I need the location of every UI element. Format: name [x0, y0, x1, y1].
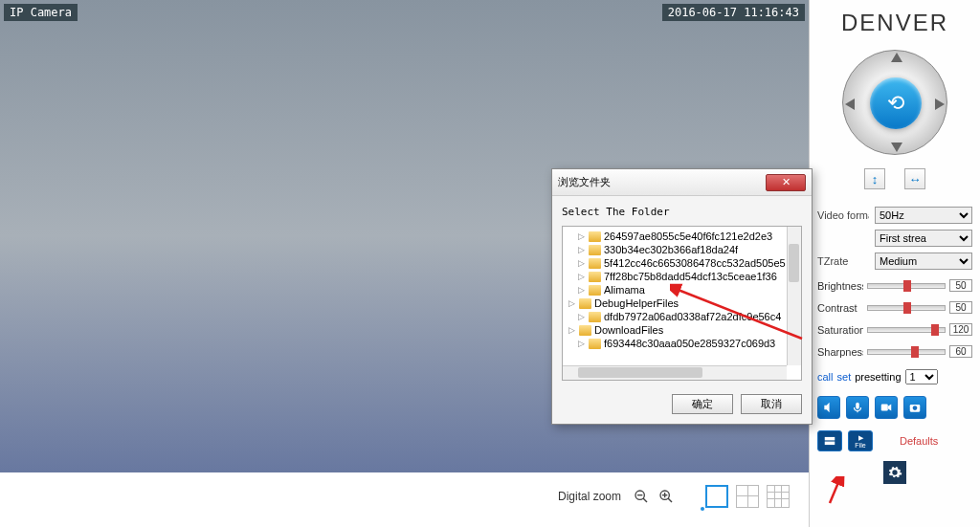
snapshot-button[interactable] [903, 396, 926, 419]
ptz-up-button[interactable] [891, 53, 902, 62]
ptzrate-label: TZrate [817, 255, 869, 267]
brightness-label: Brightness [817, 280, 863, 292]
dialog-instruction: Select The Folder [562, 206, 802, 218]
ptz-right-button[interactable] [935, 99, 945, 110]
folder-icon [579, 325, 591, 336]
saturation-label: Saturation [817, 324, 863, 336]
folder-item[interactable]: ▷7ff28bc75b8dadd54dcf13c5ceae1f36 [563, 270, 801, 283]
video-toolbar: Digital zoom [0, 474, 809, 517]
zoom-in-icon[interactable] [657, 488, 675, 505]
mic-button[interactable] [846, 396, 869, 419]
dialog-titlebar[interactable]: 浏览文件夹 ✕ [552, 169, 812, 196]
layout-1x1-button[interactable] [705, 485, 728, 508]
record-button[interactable] [875, 396, 898, 419]
folder-icon [589, 339, 601, 349]
ptz-dial: ⟲ [842, 50, 947, 155]
file-button[interactable]: ▶File [848, 430, 873, 451]
zoom-out-icon[interactable] [633, 488, 650, 505]
svg-point-10 [913, 406, 918, 410]
expand-vertical-button[interactable]: ↕ [864, 168, 885, 189]
ptzrate-select[interactable]: Medium [875, 253, 972, 270]
layout-2x2-button[interactable] [736, 485, 759, 508]
expand-horizontal-button[interactable]: ↔ [904, 168, 925, 189]
stream-select[interactable]: First strea [875, 230, 972, 247]
folder-item[interactable]: ▷330b34ec302b366af18da24f [563, 243, 801, 256]
saturation-slider[interactable] [867, 327, 946, 333]
camera-label: IP Camera [4, 4, 78, 21]
ptz-down-button[interactable] [891, 143, 902, 152]
ok-button[interactable]: 确定 [672, 394, 733, 414]
dialog-title: 浏览文件夹 [558, 175, 611, 189]
control-panel: DENVER ⟲ ↕ ↔ Video format 50Hz First str… [809, 0, 980, 527]
video-format-select[interactable]: 50Hz [875, 207, 972, 224]
svg-line-1 [643, 498, 647, 502]
folder-item[interactable]: ▷Alimama [563, 283, 801, 296]
folder-item[interactable]: ▷dfdb7972a06ad0338af72a2dfc9e56c4 [563, 310, 801, 323]
folder-icon [579, 298, 591, 309]
camera-timestamp: 2016-06-17 11:16:43 [662, 4, 805, 21]
close-button[interactable]: ✕ [766, 174, 806, 191]
ptz-left-button[interactable] [845, 99, 855, 110]
sharpness-label: Sharpness [817, 346, 863, 358]
preset-set-link[interactable]: set [837, 371, 852, 383]
folder-icon [589, 231, 601, 242]
folder-item[interactable]: ▷DownloadFiles [563, 323, 801, 337]
svg-rect-8 [881, 405, 888, 411]
preset-select[interactable]: 1 [905, 369, 938, 384]
cancel-button[interactable]: 取消 [741, 394, 802, 414]
sharpness-value: 60 [949, 345, 972, 358]
folder-tree[interactable]: ▷264597ae8055c5e40f6fc121e2d2e3 ▷330b34e… [562, 226, 802, 381]
contrast-label: Contrast [817, 302, 863, 314]
browse-folder-dialog: 浏览文件夹 ✕ Select The Folder ▷264597ae8055c… [551, 168, 813, 425]
video-format-label: Video format [817, 209, 869, 221]
layout-3x3-button[interactable] [767, 485, 790, 508]
svg-rect-11 [825, 437, 835, 441]
horizontal-scrollbar[interactable] [563, 365, 787, 380]
folder-icon [589, 245, 601, 255]
contrast-value: 50 [949, 301, 972, 314]
folder-icon [589, 312, 601, 322]
defaults-link[interactable]: Defaults [900, 435, 938, 447]
folder-item[interactable]: ▷5f412cc46c6653086478cc532ad505e5 [563, 256, 801, 270]
audio-button[interactable] [817, 396, 840, 419]
brand-logo: DENVER [817, 10, 972, 36]
folder-icon [589, 258, 601, 269]
ptz-refresh-button[interactable]: ⟲ [870, 77, 922, 129]
saturation-value: 120 [949, 323, 972, 336]
storage-button[interactable] [817, 430, 842, 451]
svg-line-4 [668, 498, 672, 502]
preset-label: presetting [855, 371, 901, 383]
folder-icon [589, 285, 601, 296]
svg-rect-7 [856, 403, 859, 409]
brightness-value: 50 [949, 279, 972, 292]
folder-icon [589, 272, 601, 282]
folder-item[interactable]: ▷f693448c30aaa050e2859327c069d3 [563, 337, 801, 350]
preset-call-link[interactable]: call [817, 371, 834, 383]
contrast-slider[interactable] [867, 305, 946, 311]
brightness-slider[interactable] [867, 283, 946, 289]
settings-button[interactable] [883, 461, 906, 484]
sharpness-slider[interactable] [867, 349, 946, 355]
digital-zoom-label: Digital zoom [558, 490, 621, 503]
folder-item[interactable]: ▷DebugHelperFiles [563, 296, 801, 310]
folder-item[interactable]: ▷264597ae8055c5e40f6fc121e2d2e3 [563, 230, 801, 243]
svg-rect-12 [825, 442, 835, 446]
vertical-scrollbar[interactable] [787, 227, 801, 365]
